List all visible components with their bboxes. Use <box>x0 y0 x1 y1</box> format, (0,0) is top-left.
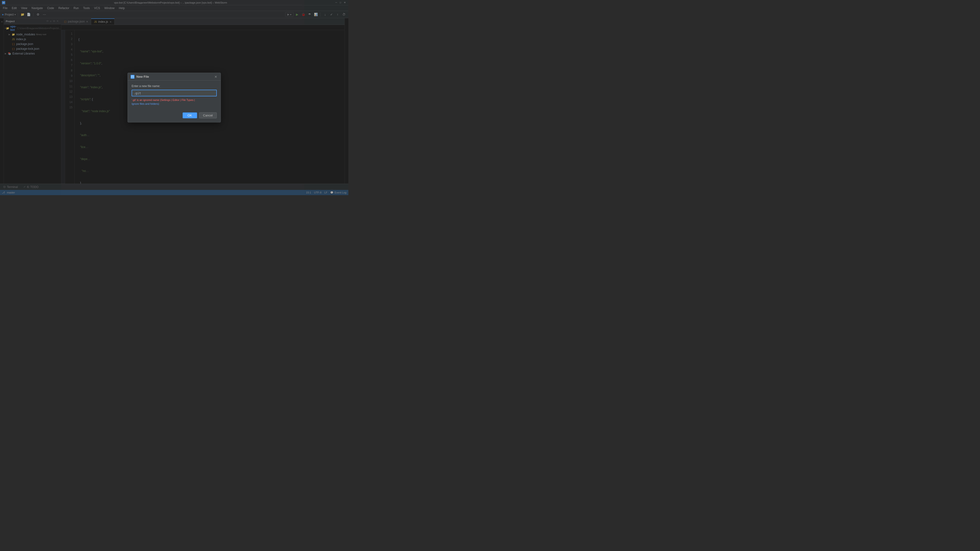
ok-button[interactable]: OK <box>183 113 197 118</box>
dialog-title: New File <box>136 75 214 78</box>
dialog-icon <box>130 75 134 79</box>
new-file-input[interactable] <box>132 90 217 96</box>
dialog-input-label: Enter a new file name: <box>132 84 217 88</box>
svg-rect-0 <box>132 76 133 78</box>
dialog-error-message: '.git' is an ignored name (Settings | Ed… <box>132 98 217 106</box>
file-icon-svg <box>131 76 134 78</box>
dialog-header: New File ✕ <box>128 73 221 81</box>
error-text: '.git' is an ignored name (Settings | Ed… <box>132 98 195 102</box>
dialog-close-button[interactable]: ✕ <box>214 75 218 79</box>
error-link[interactable]: Ignore files and folders) <box>132 102 159 105</box>
new-file-dialog: New File ✕ Enter a new file name: '.git'… <box>127 73 221 122</box>
cancel-button[interactable]: Cancel <box>199 113 217 118</box>
dialog-body: Enter a new file name: '.git' is an igno… <box>128 81 221 110</box>
dialog-footer: OK Cancel <box>128 110 221 122</box>
modal-overlay: New File ✕ Enter a new file name: '.git'… <box>0 0 348 195</box>
